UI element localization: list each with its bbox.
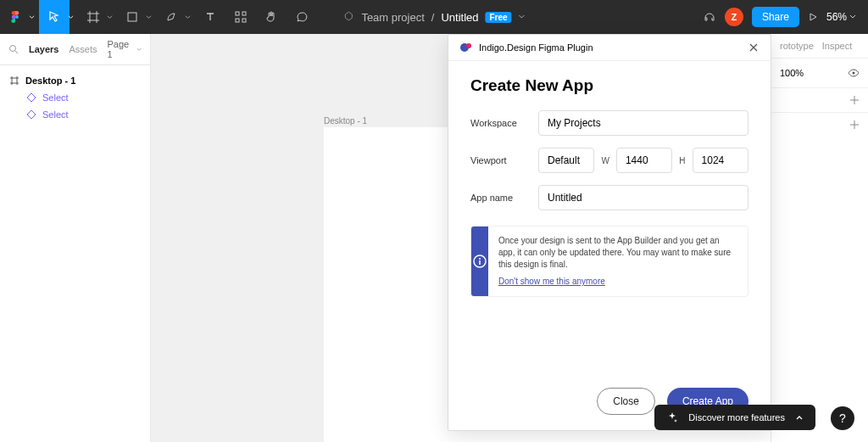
close-button[interactable]: Close — [597, 388, 655, 415]
width-value: 1440 — [626, 154, 648, 166]
frame-icon — [10, 76, 19, 85]
layer-tree: Desktop - 1 Select Select — [0, 65, 150, 130]
viewport-label: Viewport — [470, 155, 538, 165]
share-button[interactable]: Share — [752, 7, 799, 27]
info-dismiss-link[interactable]: Don't show me this anymore — [498, 276, 605, 288]
layer-component-row[interactable]: Select — [0, 89, 150, 106]
layer-frame-label: Desktop - 1 — [25, 76, 75, 86]
close-icon[interactable] — [748, 42, 759, 53]
layer-component-row[interactable]: Select — [0, 106, 150, 123]
chevron-up-icon[interactable] — [795, 413, 804, 422]
instance-icon — [27, 110, 36, 119]
svg-rect-3 — [242, 12, 246, 15]
tab-layers[interactable]: Layers — [29, 44, 58, 54]
left-panel: Layers Assets Page 1 Desktop - 1 Select … — [0, 34, 151, 442]
square-icon — [126, 11, 138, 23]
add-property-row — [771, 112, 868, 137]
comment-icon — [296, 11, 308, 23]
menu-chevron[interactable] — [27, 14, 36, 20]
resources-button[interactable] — [225, 0, 256, 34]
svg-rect-12 — [479, 260, 481, 265]
discover-banner[interactable]: Discover more features — [654, 405, 815, 430]
page-selector[interactable]: Page 1 — [108, 39, 142, 59]
eye-icon[interactable] — [848, 67, 860, 79]
hand-icon — [265, 11, 277, 23]
tab-prototype[interactable]: rototype — [780, 41, 814, 51]
move-tool-button[interactable] — [39, 0, 70, 34]
modal-header: Indigo.Design Figma Plugin — [448, 35, 771, 61]
appname-row: App name Untitled — [470, 185, 748, 210]
shape-tool-button[interactable] — [117, 0, 147, 34]
width-label: W — [601, 156, 609, 165]
svg-rect-4 — [236, 19, 239, 22]
height-value: 1024 — [702, 154, 725, 166]
frame-chevron[interactable] — [105, 14, 114, 20]
text-icon — [204, 11, 216, 23]
text-tool-button[interactable] — [195, 0, 225, 34]
resources-icon — [235, 11, 247, 23]
layer-label: Select — [42, 92, 69, 103]
file-title-area[interactable]: Team project / Untitled Free — [342, 11, 525, 24]
svg-point-7 — [853, 72, 855, 75]
viewport-row: Viewport Default W 1440 H 1024 — [470, 148, 748, 173]
project-name: Team project — [361, 11, 424, 24]
frame-tool-button[interactable] — [78, 0, 108, 34]
appname-input[interactable]: Untitled — [538, 185, 748, 210]
help-button[interactable]: ? — [831, 406, 854, 430]
tab-inspect[interactable]: Inspect — [822, 41, 852, 51]
figma-menu-button[interactable] — [0, 0, 31, 34]
shape-chevron[interactable] — [144, 14, 153, 20]
svg-point-0 — [15, 15, 19, 19]
move-chevron[interactable] — [66, 14, 75, 20]
appname-value: Untitled — [548, 192, 582, 204]
zoom-value: 56% — [826, 11, 847, 23]
svg-point-6 — [10, 46, 16, 52]
height-input[interactable]: 1024 — [693, 148, 748, 173]
avatar[interactable]: Z — [725, 8, 743, 26]
opacity-value[interactable]: 100% — [780, 68, 804, 78]
comment-tool-button[interactable] — [287, 0, 317, 34]
left-panel-tabs: Layers Assets Page 1 — [0, 34, 150, 65]
viewport-select[interactable]: Default — [538, 148, 594, 173]
width-input[interactable]: 1440 — [616, 148, 672, 173]
workspace-select[interactable]: My Projects — [538, 110, 748, 136]
layer-frame-row[interactable]: Desktop - 1 — [0, 72, 150, 89]
workspace-label: Workspace — [470, 118, 538, 128]
present-icon[interactable] — [808, 12, 818, 22]
opacity-row: 100% — [771, 59, 868, 87]
plus-icon[interactable] — [849, 95, 860, 105]
frame-name-label[interactable]: Desktop - 1 — [324, 116, 367, 126]
team-icon — [342, 11, 354, 23]
modal-body: Create New App Workspace My Projects Vie… — [448, 61, 771, 376]
instance-icon — [27, 93, 36, 102]
figma-logo-icon — [9, 11, 21, 23]
info-text: Once your design is sent to the App Buil… — [498, 236, 731, 269]
hand-tool-button[interactable] — [256, 0, 287, 34]
layer-label: Select — [42, 109, 69, 120]
add-property-row — [771, 87, 868, 112]
top-toolbar: Team project / Untitled Free Z Share 56% — [0, 0, 868, 34]
plus-icon[interactable] — [849, 120, 860, 130]
headphones-icon[interactable] — [703, 10, 716, 24]
svg-point-9 — [466, 43, 471, 48]
avatar-initial: Z — [732, 12, 737, 22]
pen-icon — [165, 11, 177, 23]
appname-label: App name — [470, 193, 538, 203]
pen-chevron[interactable] — [183, 14, 192, 20]
file-name[interactable]: Untitled — [441, 11, 478, 24]
zoom-control[interactable]: 56% — [826, 11, 856, 23]
svg-rect-1 — [128, 13, 136, 21]
plugin-logo-icon — [460, 42, 472, 53]
title-chevron-icon[interactable] — [519, 14, 526, 20]
page-label: Page 1 — [108, 39, 134, 59]
search-icon[interactable] — [8, 44, 19, 54]
frame-icon — [87, 11, 99, 23]
tab-assets[interactable]: Assets — [69, 44, 97, 54]
right-panel-tabs: rototype Inspect — [771, 34, 868, 59]
workspace-row: Workspace My Projects — [470, 110, 748, 136]
plugin-modal: Indigo.Design Figma Plugin Create New Ap… — [448, 34, 771, 431]
info-icon — [471, 227, 488, 296]
pen-tool-button[interactable] — [156, 0, 186, 34]
help-label: ? — [839, 411, 846, 425]
height-label: H — [679, 156, 685, 165]
